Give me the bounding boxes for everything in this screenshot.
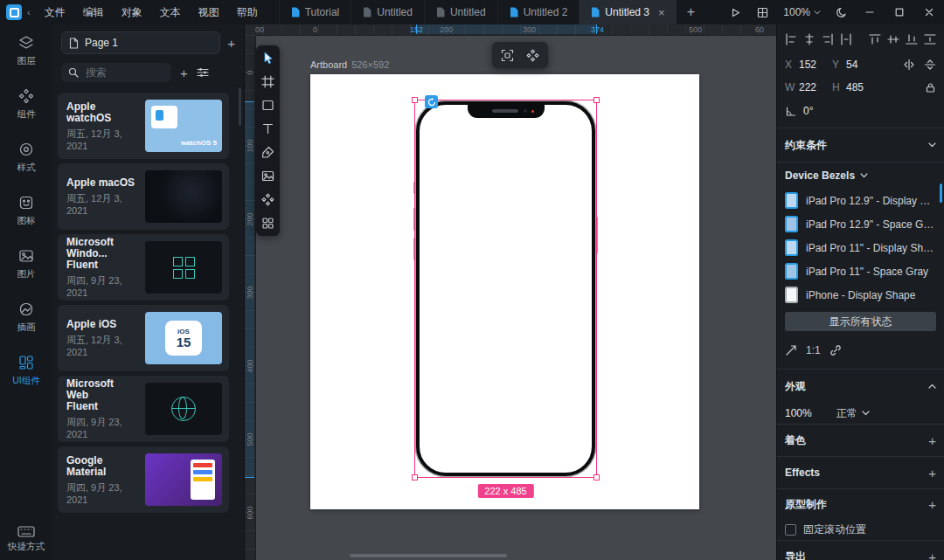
bezel-variant-row[interactable]: iPhone - Display Shape [785,283,936,307]
add-tint-icon[interactable]: + [928,434,936,447]
rail-item-illustrations[interactable]: 插画 [17,301,36,334]
list-item-microsoft-web-fluent[interactable]: Microsoft Web Fluent 周四, 9月 23, 2021 [58,376,229,442]
menu-text[interactable]: 文本 [151,0,190,24]
rail-item-styles[interactable]: 样式 [17,142,36,174]
align-left-icon[interactable] [785,33,797,45]
select-tool-icon[interactable] [261,52,274,65]
rectangle-tool-icon[interactable] [261,99,274,112]
maximize-button[interactable] [885,0,914,24]
filter-button[interactable] [197,67,209,78]
bezel-variant-row[interactable]: iPad Pro 11" - Space Gray [785,259,936,283]
minimize-button[interactable] [855,0,885,24]
rail-item-shortcuts[interactable]: 快捷方式 [8,526,45,553]
horizontal-ruler[interactable]: 100 0 152 200 300 374 500 60 [245,24,776,36]
theme-toggle-button[interactable] [828,0,855,24]
search-input[interactable] [84,66,157,80]
component-icon[interactable] [526,49,539,62]
opacity-field[interactable]: 100% [785,407,812,419]
align-right-icon[interactable] [822,33,834,45]
unlink-icon[interactable] [829,344,842,356]
height-field[interactable]: 485 [846,81,879,93]
device-bezels-section-header[interactable]: Device Bezels [785,162,936,189]
align-bottom-icon[interactable] [906,33,918,45]
menu-view[interactable]: 视图 [190,0,228,24]
flip-horizontal-icon[interactable] [903,59,915,71]
fix-scroll-checkbox[interactable] [785,524,796,536]
iphone-bezel-object[interactable]: 222 x 485 [416,101,595,476]
close-button[interactable] [914,0,944,24]
add-effect-icon[interactable]: + [928,467,936,480]
flip-vertical-icon[interactable] [924,59,936,71]
add-page-button[interactable]: + [227,37,235,50]
export-section-header[interactable]: 导出 + [785,541,936,560]
list-item-microsoft-windows-fluent[interactable]: Microsoft Windo... Fluent 周四, 9月 23, 202… [58,234,229,301]
bezel-variant-row[interactable]: iPad Pro 11" - Display Shape [785,236,936,259]
blend-mode-select[interactable]: 正常 [836,406,870,421]
pixel-grid-button[interactable] [749,0,776,24]
tab-untitled-1[interactable]: Untitled [351,0,424,24]
scale-icon[interactable] [785,344,797,356]
x-field[interactable]: 152 [799,59,832,71]
prototype-section-header[interactable]: 原型制作 + [785,489,936,519]
inspector-scrollbar[interactable] [940,183,943,203]
rail-item-layers[interactable]: 图层 [17,35,36,67]
canvas-horizontal-scrollbar[interactable] [350,554,507,557]
tab-untitled-3[interactable]: Untitled 2 [497,0,580,24]
rotate-badge[interactable] [425,95,438,108]
bezel-variant-row[interactable]: iPad Pro 12.9" - Space Gray [785,212,936,236]
tint-section-header[interactable]: 着色 + [785,425,936,456]
effects-section-header[interactable]: Effects + [785,457,936,488]
list-item-apple-macos[interactable]: Apple macOS 周五, 12月 3, 2021 [58,163,229,230]
app-logo-icon[interactable] [6,4,22,20]
vertical-ruler[interactable]: 0 100 200 300 400 500 600 [245,35,256,560]
menu-collapse-icon[interactable]: ‹ [27,7,31,17]
close-tab-icon[interactable]: × [658,7,665,18]
align-center-h-icon[interactable] [803,33,816,45]
width-field[interactable]: 222 [799,81,832,93]
library-scrollbar[interactable] [239,87,241,126]
align-center-v-icon[interactable] [887,33,899,45]
new-tab-button[interactable]: + [677,0,705,24]
components-tool-icon[interactable] [261,193,274,206]
pen-tool-icon[interactable] [261,146,274,159]
appearance-section-header[interactable]: 外观 [785,370,936,403]
tab-untitled-4-active[interactable]: Untitled 3 × [579,0,676,24]
search-box[interactable] [61,63,171,82]
layout-grid-tool-icon[interactable] [261,217,274,230]
tab-untitled-2[interactable]: Untitled [424,0,497,24]
menu-object[interactable]: 对象 [113,0,151,24]
list-item-google-material[interactable]: Google Material 周四, 9月 23, 2021 [58,446,229,513]
zoom-selection-icon[interactable] [501,49,514,62]
distribute-v-icon[interactable] [924,33,936,45]
add-library-button[interactable]: + [180,66,188,80]
rail-item-photos[interactable]: 图片 [17,248,36,280]
canvas[interactable]: 100 0 152 200 300 374 500 60 0 100 200 3… [245,24,776,560]
list-item-apple-watchos[interactable]: Apple watchOS 周五, 12月 3, 2021 watchOS 5 [58,93,229,159]
present-button[interactable] [722,0,749,24]
artboard-label[interactable]: Artboard 526×592 [310,59,389,70]
zoom-control[interactable]: 100% [776,6,828,18]
constraints-section-header[interactable]: 约束条件 [785,128,936,162]
image-tool-icon[interactable] [261,169,274,183]
distribute-h-icon[interactable] [840,33,852,45]
list-item-apple-ios[interactable]: Apple iOS 周五, 12月 3, 2021 iOS 15 [58,305,229,371]
add-prototype-icon[interactable]: + [928,498,936,511]
menu-help[interactable]: 帮助 [228,0,267,24]
rail-item-ui-kits[interactable]: UI组件 [12,355,40,387]
rail-item-icons[interactable]: 图标 [17,195,36,227]
tab-tutorial[interactable]: Tutorial [279,0,351,24]
menu-file[interactable]: 文件 [36,0,74,24]
bezel-variant-row[interactable]: iPad Pro 12.9" - Display Shape [785,189,936,212]
rail-item-components[interactable]: 组件 [17,88,36,121]
align-top-icon[interactable] [869,33,881,45]
frame-tool-icon[interactable] [261,75,274,88]
rotation-field[interactable]: 0° [803,105,836,117]
menu-edit[interactable]: 编辑 [74,0,113,24]
show-all-states-button[interactable]: 显示所有状态 [785,312,936,331]
add-export-icon[interactable]: + [928,550,936,560]
y-field[interactable]: 54 [846,59,879,71]
text-tool-icon[interactable] [261,122,274,135]
page-selector[interactable]: Page 1 [61,31,220,54]
scale-value[interactable]: 1:1 [806,344,821,356]
lock-ratio-icon[interactable] [925,82,936,93]
